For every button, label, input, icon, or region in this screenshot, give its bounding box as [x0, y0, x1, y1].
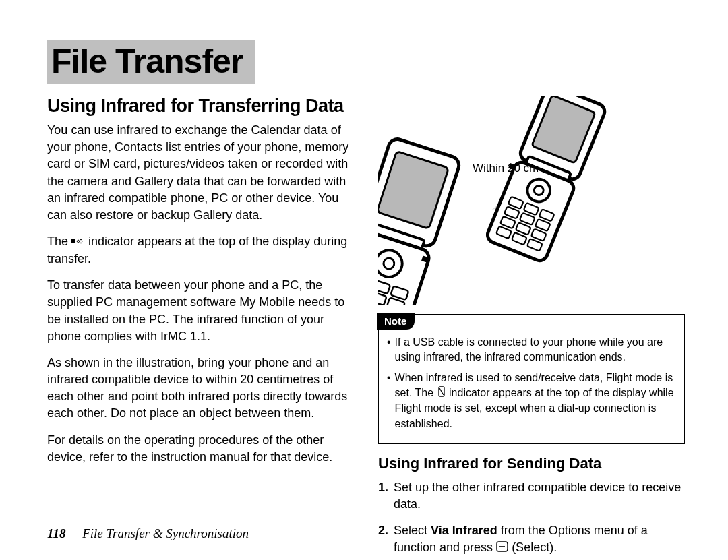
steps-list: 1. Set up the other infrared compatible …: [378, 479, 685, 557]
step-1: 1. Set up the other infrared compatible …: [378, 479, 685, 513]
step-text: Set up the other infrared compatible dev…: [394, 479, 685, 513]
note-list: If a USB cable is connected to your phon…: [387, 335, 676, 431]
step-number: 2.: [378, 522, 388, 557]
page-title: File Transfer: [47, 40, 255, 84]
bold-via-infrared: Via Infrared: [431, 524, 497, 537]
step-text: Select Via Infrared from the Options men…: [394, 522, 685, 557]
paragraph-indicator: The indicator appears at the top of the …: [47, 233, 354, 268]
paragraph-intro: You can use infrared to exchange the Cal…: [47, 122, 354, 224]
infrared-indicator-icon: [71, 234, 85, 251]
section-heading-transferring: Using Infrared for Transferring Data: [47, 96, 354, 117]
paragraph-pc-software: To transfer data between your phone and …: [47, 277, 354, 345]
flight-mode-indicator-icon: [437, 386, 446, 401]
illustration-distance-label: Within 20 cm: [473, 162, 539, 175]
left-column: Using Infrared for Transferring Data You…: [47, 96, 354, 560]
page-footer: 118 File Transfer & Synchronisation: [47, 526, 249, 541]
paragraph-other-device: For details on the operating procedures …: [47, 432, 354, 466]
softkey-icon: [496, 540, 508, 557]
text: indicator appears at the top of the disp…: [47, 235, 347, 266]
infrared-illustration: Within 20 cm: [378, 96, 685, 305]
section-heading-sending: Using Infrared for Sending Data: [378, 455, 685, 472]
right-column: Within 20 cm Note If a USB cable is conn…: [378, 96, 685, 560]
note-tab-label: Note: [377, 313, 415, 330]
text: The: [47, 235, 71, 248]
note-item-flight-mode: When infrared is used to send/receive da…: [387, 371, 676, 431]
step-number: 1.: [378, 479, 388, 513]
svg-line-41: [439, 388, 444, 395]
step-2: 2. Select Via Infrared from the Options …: [378, 522, 685, 557]
note-item-usb: If a USB cable is connected to your phon…: [387, 335, 676, 365]
page-number: 118: [47, 526, 65, 540]
svg-rect-0: [71, 239, 75, 243]
note-box: Note If a USB cable is connected to your…: [378, 314, 685, 444]
paragraph-distance: As shown in the illustration, bring your…: [47, 354, 354, 423]
two-phones-infrared-illustration: [378, 96, 685, 305]
two-column-layout: Using Infrared for Transferring Data You…: [47, 96, 688, 560]
footer-section-title: File Transfer & Synchronisation: [82, 526, 249, 540]
